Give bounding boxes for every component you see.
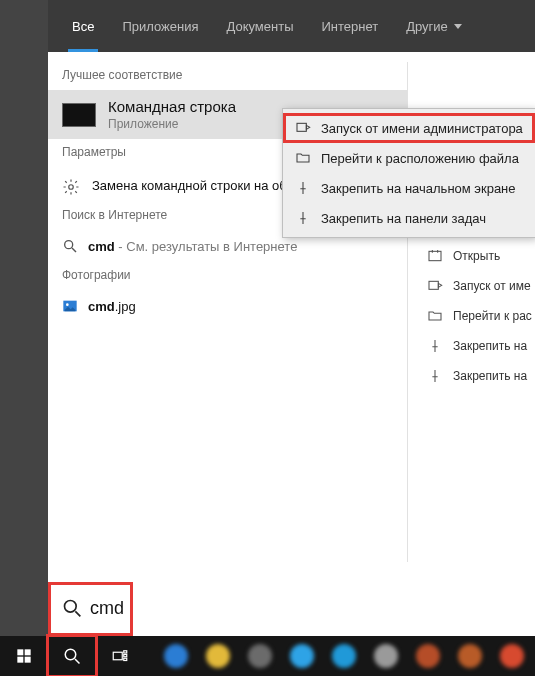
svg-rect-11 [25,649,31,655]
taskbar-app-icon[interactable] [206,644,230,668]
tab-documents[interactable]: Документы [212,0,307,52]
svg-rect-19 [124,658,127,660]
best-match-subtitle: Приложение [108,117,236,131]
tab-label: Другие [406,19,448,34]
side-action-label: Закрепить на [453,339,527,353]
open-icon [427,248,443,264]
taskbar [0,636,535,676]
tab-label: Интернет [321,19,378,34]
tab-internet[interactable]: Интернет [307,0,392,52]
svg-rect-16 [113,652,122,660]
context-menu: Запуск от имени администратора Перейти к… [282,108,535,238]
side-action-label: Закрепить на [453,369,527,383]
taskbar-app-icon[interactable] [164,644,188,668]
menu-label: Закрепить на начальном экране [321,181,516,196]
svg-rect-5 [429,251,441,260]
search-box [48,580,535,636]
taskbar-app-icon[interactable] [332,644,356,668]
svg-rect-13 [25,657,31,663]
taskbar-app-icon[interactable] [416,644,440,668]
side-action-open[interactable]: Открыть [427,248,535,264]
menu-pin-start[interactable]: Закрепить на начальном экране [283,173,535,203]
web-search-text: cmd - См. результаты в Интернете [88,239,297,254]
svg-rect-17 [124,651,127,653]
svg-rect-18 [124,655,127,657]
taskbar-app-icon[interactable] [248,644,272,668]
taskbar-pinned-apps [164,644,524,668]
search-input[interactable] [90,598,535,619]
cmd-icon [62,103,96,127]
side-action-label: Перейти к рас [453,309,532,323]
tab-all[interactable]: Все [58,0,108,52]
shield-icon [427,278,443,294]
side-action-open-location[interactable]: Перейти к рас [427,308,535,324]
taskbar-app-icon[interactable] [500,644,524,668]
menu-pin-taskbar[interactable]: Закрепить на панели задач [283,203,535,233]
tab-more[interactable]: Другие [392,0,476,52]
tab-apps[interactable]: Приложения [108,0,212,52]
folder-icon [427,308,443,324]
search-icon [62,238,78,254]
side-action-pin-start[interactable]: Закрепить на [427,338,535,354]
taskbar-app-icon[interactable] [458,644,482,668]
menu-run-as-admin[interactable]: Запуск от имени администратора [283,113,535,143]
taskbar-search-button[interactable] [48,636,96,676]
pin-icon [427,368,443,384]
folder-icon [295,150,311,166]
image-icon [62,298,78,314]
side-action-label: Открыть [453,249,500,263]
svg-point-1 [65,241,73,249]
menu-open-location[interactable]: Перейти к расположению файла [283,143,535,173]
pin-icon [295,210,311,226]
svg-rect-12 [17,657,23,663]
svg-line-9 [75,611,80,616]
taskbar-app-icon[interactable] [290,644,314,668]
chevron-down-icon [454,24,462,29]
taskbar-app-icon[interactable] [374,644,398,668]
task-view-button[interactable] [96,636,144,676]
svg-point-0 [69,185,74,190]
tab-label: Приложения [122,19,198,34]
svg-point-8 [65,601,77,613]
menu-label: Запуск от имени администратора [321,121,523,136]
menu-label: Закрепить на панели задач [321,211,486,226]
search-icon [62,598,82,618]
photo-text: cmd.jpg [88,299,136,314]
svg-rect-6 [429,281,438,289]
tab-label: Документы [226,19,293,34]
svg-rect-10 [17,649,23,655]
side-action-run-admin[interactable]: Запуск от име [427,278,535,294]
menu-label: Перейти к расположению файла [321,151,519,166]
svg-point-14 [65,649,76,660]
svg-line-15 [75,659,80,664]
side-action-label: Запуск от име [453,279,531,293]
pin-icon [295,180,311,196]
svg-point-4 [66,303,69,306]
pin-icon [427,338,443,354]
start-button[interactable] [0,636,48,676]
best-match-title: Командная строка [108,98,236,115]
svg-line-2 [72,248,76,252]
gear-icon [62,178,80,196]
tab-label: Все [72,19,94,34]
side-action-pin-taskbar[interactable]: Закрепить на [427,368,535,384]
svg-rect-7 [297,123,306,131]
shield-icon [295,120,311,136]
